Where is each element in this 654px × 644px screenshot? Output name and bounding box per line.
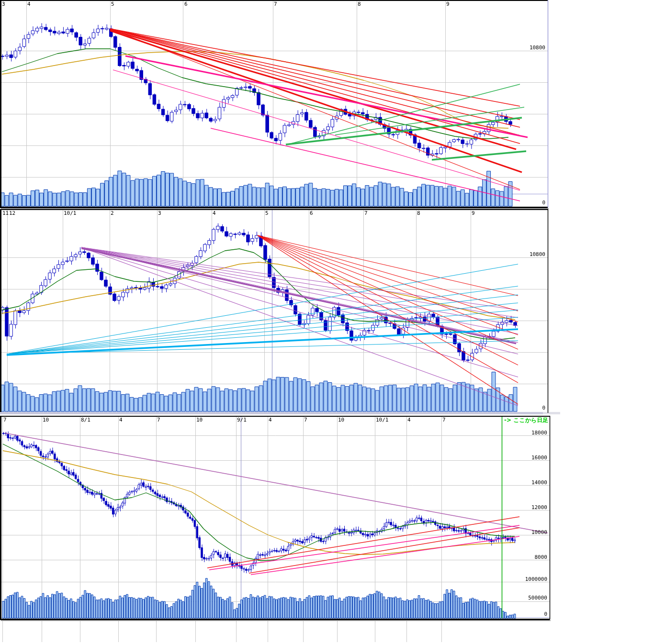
daily-annotation: -> ここから日足 xyxy=(504,417,548,423)
x-axis-tick-label: 4 xyxy=(407,417,411,423)
x-axis-tick-label: 8 xyxy=(358,1,361,7)
y-axis-tick-label: 14000 xyxy=(514,480,547,486)
x-axis-tick-label: 5 xyxy=(111,1,114,7)
x-axis-tick-label: 7 xyxy=(274,1,277,7)
chart-panel-top-canvas[interactable] xyxy=(0,0,654,209)
y-axis-tick-label: 18000 xyxy=(514,430,547,436)
y-axis-tick-label: 16000 xyxy=(514,455,547,461)
y-axis-tick-label: 12000 xyxy=(514,505,547,511)
x-axis-tick-label: 10/1 xyxy=(376,417,389,423)
y-axis-tick-label: 10800 xyxy=(512,45,545,51)
y-axis-tick-label: 10800 xyxy=(512,252,545,257)
x-axis-tick-label: 7 xyxy=(157,417,160,423)
x-axis-tick-label: 9/1 xyxy=(237,417,247,423)
x-axis-tick-label: 7 xyxy=(442,417,446,423)
x-axis-tick-label: 4 xyxy=(119,417,123,423)
x-axis-tick-label: 9 xyxy=(446,1,450,7)
y-axis-tick-label: 0 xyxy=(512,200,545,206)
x-axis-tick-label: 8/1 xyxy=(81,417,90,423)
chart-panel-middle-canvas[interactable] xyxy=(0,209,654,416)
x-axis-tick-label: 4 xyxy=(213,211,216,216)
chart-workspace: 3456789108000111210/1234567891080007108/… xyxy=(0,0,654,644)
y-axis-tick-label: 0 xyxy=(514,611,547,617)
y-axis-tick-label: 8000 xyxy=(514,555,547,560)
x-axis-tick-label: 5 xyxy=(265,211,269,216)
x-axis-tick-label: 4 xyxy=(27,1,31,7)
x-axis-tick-label: 6 xyxy=(184,1,188,7)
x-axis-tick-label: 10 xyxy=(43,417,49,423)
x-axis-tick-label: 6 xyxy=(310,211,313,216)
x-axis-tick-label: 7 xyxy=(304,417,307,423)
x-axis-tick-label: 11 xyxy=(2,211,9,216)
x-axis-tick-label: 4 xyxy=(269,417,272,423)
y-axis-tick-label: 1000000 xyxy=(514,577,547,582)
x-axis-tick-label: 2 xyxy=(111,211,114,216)
chart-panel-bottom-canvas[interactable] xyxy=(0,416,654,644)
x-axis-tick-label: 10 xyxy=(196,417,203,423)
x-axis-tick-label: 7 xyxy=(364,211,368,216)
x-axis-tick-label: 10 xyxy=(338,417,344,423)
x-axis-tick-label: 8 xyxy=(417,211,420,216)
x-axis-tick-label: 12 xyxy=(9,211,15,216)
y-axis-tick-label: 0 xyxy=(512,405,545,411)
y-axis-tick-label: 10000 xyxy=(514,530,547,535)
x-axis-tick-label: 10/1 xyxy=(64,211,77,216)
x-axis-tick-label: 3 xyxy=(2,1,5,7)
x-axis-tick-label: 7 xyxy=(3,417,7,423)
x-axis-tick-label: 9 xyxy=(472,211,475,216)
y-axis-tick-label: 500000 xyxy=(514,595,547,601)
x-axis-tick-label: 3 xyxy=(158,211,161,216)
